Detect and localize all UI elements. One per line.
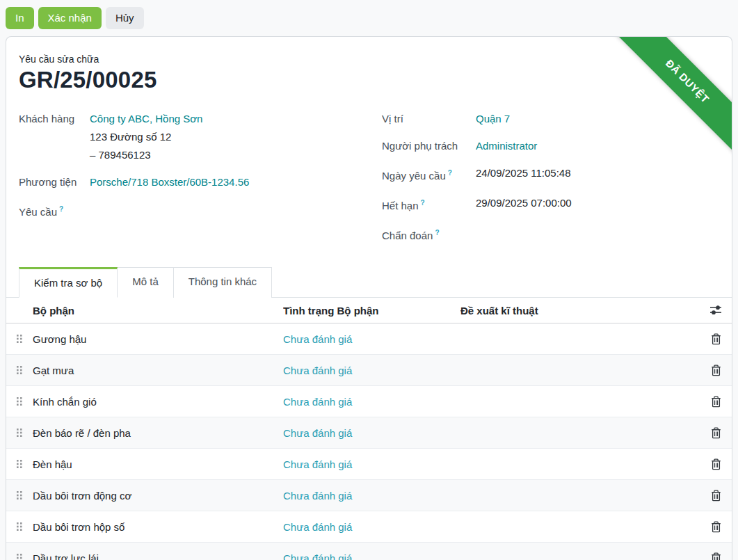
drag-handle-icon: [16, 334, 23, 344]
field-request: Yêu cầu?: [19, 200, 382, 221]
drag-handle-icon: [16, 522, 23, 531]
part-status-cell[interactable]: Chưa đánh giá: [283, 521, 352, 533]
parts-list: Bộ phận Tình trạng Bộ phận Đề xuất kĩ th…: [6, 298, 732, 560]
tab-description[interactable]: Mô tả: [118, 267, 174, 298]
help-icon: ?: [435, 229, 439, 237]
col-header-status: Tình trạng Bộ phận: [283, 305, 460, 317]
field-location: Vị trí Quận 7: [382, 110, 719, 128]
trash-icon: [711, 552, 721, 560]
part-name-cell[interactable]: Đèn hậu: [33, 458, 283, 470]
part-status-cell[interactable]: Chưa đánh giá: [283, 458, 352, 470]
location-label: Vị trí: [382, 110, 476, 128]
vehicle-label: Phương tiện: [19, 173, 90, 191]
help-icon: ?: [448, 169, 452, 177]
part-status-cell[interactable]: Chưa đánh giá: [283, 427, 352, 439]
col-header-suggestion: Đề xuất kĩ thuật: [460, 305, 700, 317]
help-icon: ?: [59, 205, 63, 213]
part-name-cell[interactable]: Đèn báo rẽ / đèn pha: [33, 427, 283, 439]
drag-handle[interactable]: [6, 397, 33, 406]
part-name-cell[interactable]: Kính chắn gió: [33, 396, 283, 408]
tab-other-info[interactable]: Thông tin khác: [174, 267, 272, 298]
part-status-cell[interactable]: Chưa đánh giá: [283, 396, 352, 408]
table-row: Gương hậu Chưa đánh giá: [6, 323, 732, 355]
notebook-tabs: Kiểm tra sơ bộ Mô tả Thông tin khác: [6, 267, 732, 298]
deadline-label: Hết hạn: [382, 200, 419, 211]
drag-handle[interactable]: [6, 553, 33, 560]
drag-handle-icon: [16, 365, 23, 375]
document-type-label: Yêu cầu sửa chữa: [19, 54, 719, 65]
delete-row-button[interactable]: [708, 487, 724, 504]
sliders-icon: [709, 305, 722, 316]
part-name-cell[interactable]: Gạt mưa: [33, 365, 283, 376]
trash-icon: [711, 458, 721, 470]
field-groups: Khách hàng Công ty ABC, Hồng Sơn 123 Đườ…: [19, 110, 719, 254]
field-deadline: Hết hạn? 29/09/2025 07:00:00: [382, 194, 719, 215]
toolbar: In Xác nhận Hủy: [0, 0, 738, 36]
drag-handle-icon: [16, 428, 23, 438]
customer-address: 123 Đường số 12: [90, 128, 202, 146]
part-name-cell[interactable]: Dầu bôi trơn hộp số: [33, 521, 283, 533]
drag-handle-icon: [16, 553, 23, 560]
help-icon: ?: [421, 199, 425, 207]
trash-icon: [711, 427, 721, 439]
field-request-date: Ngày yêu cầu? 24/09/2025 11:05:48: [382, 164, 719, 185]
trash-icon: [711, 333, 721, 345]
optional-columns-button[interactable]: [707, 302, 725, 319]
drag-handle[interactable]: [6, 459, 33, 469]
print-button[interactable]: In: [6, 7, 34, 29]
table-row: Kính chắn gió Chưa đánh giá: [6, 386, 732, 417]
drag-handle-icon: [16, 490, 23, 500]
delete-row-button[interactable]: [708, 456, 724, 473]
part-status-cell[interactable]: Chưa đánh giá: [283, 552, 352, 560]
part-status-cell[interactable]: Chưa đánh giá: [283, 490, 352, 502]
delete-row-button[interactable]: [708, 330, 724, 348]
part-name-cell[interactable]: Dầu bôi trơn động cơ: [33, 490, 283, 502]
drag-handle-icon: [16, 397, 23, 406]
request-date-label: Ngày yêu cầu: [382, 170, 446, 182]
delete-row-button[interactable]: [708, 393, 724, 410]
customer-link[interactable]: Công ty ABC, Hồng Sơn: [90, 113, 202, 125]
delete-row-button[interactable]: [708, 424, 724, 442]
request-label: Yêu cầu: [19, 206, 57, 218]
table-row: Gạt mưa Chưa đánh giá: [6, 355, 732, 386]
drag-handle[interactable]: [6, 365, 33, 375]
drag-handle[interactable]: [6, 490, 33, 500]
part-name-cell[interactable]: Gương hậu: [33, 333, 283, 345]
responsible-link[interactable]: Administrator: [476, 140, 537, 152]
delete-row-button[interactable]: [708, 518, 724, 536]
delete-row-button[interactable]: [708, 550, 724, 560]
form-sheet: ĐÃ DUYỆT Yêu cầu sửa chữa GR/25/00025 Kh…: [6, 36, 732, 560]
trash-icon: [711, 521, 721, 533]
customer-label: Khách hàng: [19, 110, 90, 164]
customer-phone: – 789456123: [90, 146, 202, 164]
table-row: Dầu bôi trơn động cơ Chưa đánh giá: [6, 480, 732, 511]
vehicle-link[interactable]: Porsche/718 Boxster/60B-1234.56: [90, 176, 249, 188]
cancel-button[interactable]: Hủy: [106, 7, 144, 29]
request-date-value[interactable]: 24/09/2025 11:05:48: [476, 164, 571, 185]
diagnosis-label: Chẩn đoán: [382, 230, 433, 241]
table-row: Dầu bôi trơn hộp số Chưa đánh giá: [6, 511, 732, 543]
confirm-button[interactable]: Xác nhận: [38, 7, 102, 29]
table-row: Đèn hậu Chưa đánh giá: [6, 449, 732, 480]
field-vehicle: Phương tiện Porsche/718 Boxster/60B-1234…: [19, 173, 382, 191]
part-name-cell[interactable]: Dầu trợ lực lái: [33, 552, 283, 560]
list-body: Gương hậu Chưa đánh giá Gạt mưa Chưa đán…: [6, 323, 732, 560]
field-diagnosis: Chẩn đoán?: [382, 224, 719, 245]
field-responsible: Người phụ trách Administrator: [382, 137, 719, 155]
list-header: Bộ phận Tình trạng Bộ phận Đề xuất kĩ th…: [6, 298, 732, 323]
drag-handle[interactable]: [6, 522, 33, 531]
location-link[interactable]: Quận 7: [476, 113, 510, 125]
deadline-value[interactable]: 29/09/2025 07:00:00: [476, 194, 572, 215]
part-status-cell[interactable]: Chưa đánh giá: [283, 365, 352, 376]
drag-handle[interactable]: [6, 334, 33, 344]
trash-icon: [711, 396, 721, 408]
field-customer: Khách hàng Công ty ABC, Hồng Sơn 123 Đườ…: [19, 110, 382, 164]
tab-preliminary-check[interactable]: Kiểm tra sơ bộ: [19, 267, 118, 298]
table-row: Đèn báo rẽ / đèn pha Chưa đánh giá: [6, 417, 732, 449]
part-status-cell[interactable]: Chưa đánh giá: [283, 333, 352, 345]
record-reference: GR/25/00025: [19, 67, 719, 93]
trash-icon: [711, 365, 721, 376]
drag-handle[interactable]: [6, 428, 33, 438]
col-header-part: Bộ phận: [33, 305, 283, 317]
delete-row-button[interactable]: [708, 362, 724, 379]
